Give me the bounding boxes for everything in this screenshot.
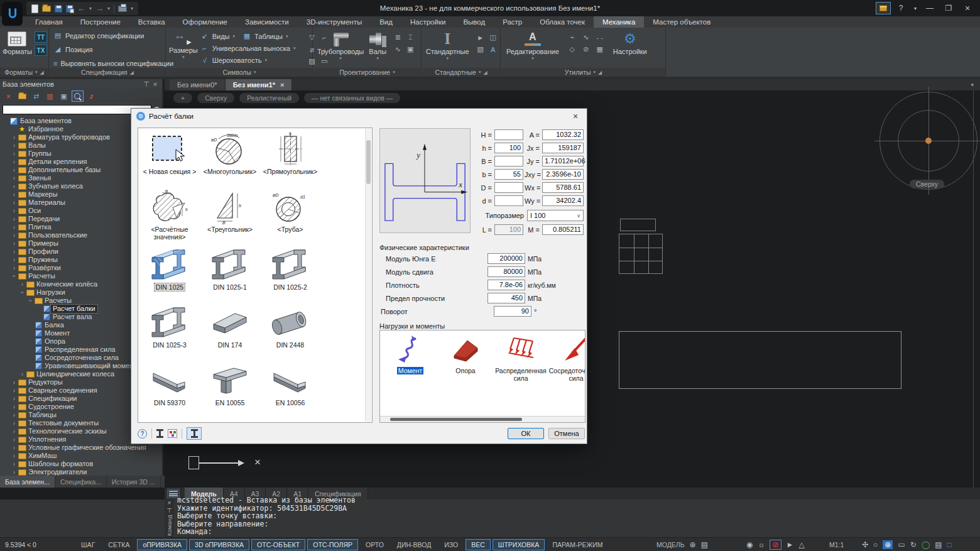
document-tabs-overflow-icon[interactable]: ▾ [971,79,974,90]
expander-icon[interactable] [11,231,18,239]
panel-label[interactable]: Символы▾ [166,68,312,77]
grid-icon[interactable]: ▦ [597,45,603,53]
phys-input[interactable]: 450 [487,293,525,303]
help-icon[interactable]: ? [138,429,147,439]
drawing-table-header-shape[interactable] [620,219,656,231]
expander-icon[interactable] [11,452,18,460]
scrollbar-thumb[interactable] [366,140,371,184]
help-button[interactable]: ? [892,1,910,15]
status-toggle[interactable]: ОТС-ОБЪЕКТ [251,539,305,550]
expander-icon[interactable] [11,223,18,231]
settings-button[interactable]: ⚙ Настройки [613,29,647,68]
expander-icon[interactable] [11,166,18,174]
close-button[interactable]: × [959,1,976,15]
pipelines-button[interactable]: Трубопроводы▾ [317,29,364,68]
status-toggle[interactable]: 3D оПРИВЯЗКА [189,539,249,550]
edit-section-icon[interactable] [156,429,163,438]
expander-icon[interactable] [11,386,18,395]
search-preview-icon[interactable] [72,90,84,102]
axis-icon[interactable]: - - [597,34,603,41]
phys-input[interactable]: 7.8e-06 [487,280,525,290]
expander-icon[interactable] [18,289,26,296]
tables-button[interactable]: ▦Таблицы▾ [242,30,288,42]
expander-icon[interactable] [19,370,26,378]
delete-icon[interactable]: × [3,90,14,102]
sheets-icon[interactable]: ▤ [935,540,942,549]
ribbon-tab[interactable]: Механика [594,16,644,28]
ok-button[interactable]: ОК [508,428,544,439]
panel-tab[interactable]: Специфика... [55,476,107,488]
bearing-icon[interactable]: ⌶ [408,33,413,41]
attr-icon[interactable]: A [491,46,495,53]
rotation-input[interactable]: 90 [494,306,531,317]
panel-label[interactable]: Проектирование▾ [313,68,421,77]
tree-item[interactable]: Условные графические обозначения [0,444,162,452]
navwheel-center-dot[interactable] [925,138,932,144]
standard-parts-button[interactable]: I Стандартные▾ [426,29,469,68]
plot-icon[interactable] [118,6,127,12]
app-logo-icon[interactable] [2,2,23,26]
load-item[interactable]: Распределенная сила [493,334,548,382]
length-input[interactable]: 100 [494,224,523,235]
status-toggle[interactable]: ОТС-ПОЛЯР [307,539,358,550]
ribbon-tab[interactable]: Оформление [174,16,236,28]
section-item[interactable]: DIN 1025-3 [139,303,200,361]
sync-icon[interactable]: ⇄ [30,90,42,102]
expander-icon[interactable] [11,403,18,411]
ribbon-tab[interactable]: Растр [494,16,531,28]
sheet-icon[interactable]: ▤ [701,540,708,549]
param-input[interactable]: 5788.61 [542,182,584,193]
drawing-rectangle-shape[interactable] [619,331,901,389]
expander-icon[interactable] [11,444,18,452]
section-item[interactable]: hB <Треугольник> [200,187,260,245]
orbit-icon[interactable]: ↻ [910,540,917,549]
spring-icon[interactable]: ∿ [395,45,401,53]
document-tab-close-icon[interactable]: × [280,81,284,89]
selection-cursor-icon[interactable]: ► [787,540,794,549]
dialog-close-icon[interactable]: × [569,111,582,121]
section-item[interactable]: DIN 1025-2 [260,245,320,303]
expander-icon[interactable] [11,215,18,223]
material-palette-icon[interactable] [168,429,177,438]
expander-icon[interactable] [11,158,18,166]
expander-icon[interactable] [11,248,18,256]
position-button[interactable]: ◢Позиция [53,43,161,55]
navigation-wheel[interactable] [879,92,977,190]
text-tt-button[interactable]: ТТ [35,31,47,43]
scrollbar-thumb[interactable] [390,418,522,421]
param-input[interactable]: 159187 [542,143,584,153]
zoom-icon[interactable]: ○ [873,540,878,549]
editing-button[interactable]: A Редактирование▾ [506,29,559,68]
loads-scrollbar[interactable] [380,416,585,422]
help-dropdown-icon[interactable]: ▾ [911,1,920,15]
ribbon-tab[interactable]: Построение [72,16,129,28]
document-tab[interactable]: Без имени1* × [226,79,293,90]
expander-icon[interactable] [11,460,18,468]
zoom-extents-icon[interactable]: ▭ [898,540,905,549]
phys-input[interactable]: 200000 [487,253,525,264]
fastener-icon[interactable]: ≣ [395,33,401,41]
views-button[interactable]: ↙Виды▾ [200,30,235,42]
drawing-table-grid-shape[interactable] [619,234,663,274]
new-folder-icon[interactable] [16,90,28,102]
expander-icon[interactable] [11,264,18,272]
load-item[interactable]: Момент [383,334,438,382]
expander-icon[interactable] [11,419,18,427]
section-item[interactable]: DIN 1025 [139,245,200,303]
section-item[interactable]: DIN 2448 [260,303,320,361]
section-item[interactable]: DIN 1025-1 [200,245,260,303]
annotation-scale[interactable]: М1:1 [829,541,844,548]
ribbon-tab[interactable]: Мастер объектов [644,16,719,28]
panel-label[interactable]: Утилиты▾◢ [501,68,665,77]
ribbon-tab[interactable]: Главная [26,16,72,28]
expander-icon[interactable] [11,435,18,444]
select-icon[interactable]: ► [477,34,484,41]
viewport-control-pill[interactable]: + [173,93,192,103]
panel-label[interactable]: Спецификация◢ [50,68,165,77]
gallery-scrollbar[interactable] [365,129,371,422]
expander-icon[interactable] [11,141,18,150]
qat-more-icon[interactable]: ▾ [131,6,133,11]
section-item[interactable]: b <Прямоугольник> [260,129,320,187]
diamond-icon[interactable]: ◇ [570,45,575,53]
command-pin-icon[interactable]: ⊤ [166,507,172,515]
